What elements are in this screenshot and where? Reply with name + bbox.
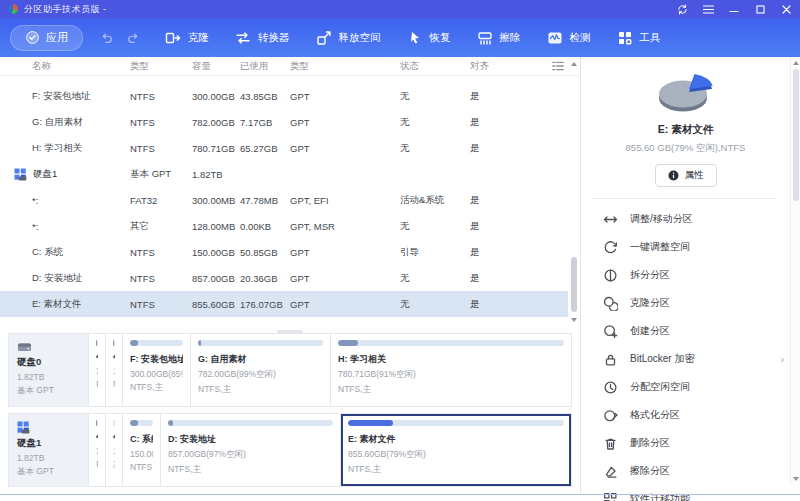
free-space-icon (316, 30, 332, 46)
partition-row[interactable]: G: 自用素材NTFS782.00GB7.17GBGPT无是 (0, 109, 568, 135)
column-header[interactable]: 已使用 (240, 60, 290, 73)
partition-block[interactable]: D: 安装地址857.00GB(97%空闲)NTFS,主 (161, 414, 341, 486)
disk-info[interactable]: 硬盘01.82TB基本 GPT (9, 334, 89, 406)
cell-used: 20.36GB (240, 273, 290, 284)
partition-row[interactable]: D: 安装地址NTFS857.00GB20.36GBGPT无是 (0, 265, 568, 291)
partition-row[interactable]: *:FAT32300.00MB47.78MBGPT, EFI活动&系统是 (0, 187, 568, 213)
ssd-icon (14, 168, 27, 181)
partition-label: *: (113, 353, 115, 363)
action-item-clone-partition[interactable]: 克隆分区 (581, 289, 800, 317)
undo-icon[interactable] (99, 31, 114, 45)
partition-row[interactable]: C: 系统NTFS150.00GB50.85GBGPT引导是 (0, 239, 568, 265)
properties-label: 属性 (685, 169, 704, 182)
usage-bar (168, 420, 333, 426)
properties-button[interactable]: 属性 (655, 164, 717, 187)
partition-row[interactable]: F: 安装包地址NTFS300.00GB43.85GBGPT无是 (0, 83, 568, 109)
action-item-allocate-space[interactable]: 分配空闲空间 (581, 373, 800, 401)
action-item-split-partition[interactable]: 拆分分区 (581, 261, 800, 289)
cell-capacity: 1.82TB (192, 169, 240, 180)
scroll-down-icon[interactable] (571, 318, 577, 322)
cell-fs: NTFS (130, 91, 192, 102)
disk-row[interactable]: 硬盘1基本 GPT1.82TB (0, 161, 568, 187)
toolbar-button-converter[interactable]: 转换器 (235, 30, 290, 46)
maximize-icon[interactable] (754, 3, 766, 15)
partition-fs: NTFS,... (130, 462, 153, 472)
cell-fs: NTFS (130, 299, 192, 310)
toolbar-button-label: 克隆 (188, 31, 209, 45)
scrollbar-thumb[interactable] (571, 257, 577, 312)
partition-block[interactable]: *:128...其... (106, 414, 123, 486)
column-header[interactable]: 对齐 (470, 60, 552, 73)
cell-aligned: 是 (470, 116, 568, 129)
partition-block[interactable]: G: 自用素材782.00GB(99%空闲)NTFS,主 (191, 334, 331, 406)
close-icon[interactable] (780, 3, 792, 15)
column-header[interactable]: 名称 (0, 60, 130, 73)
sidebar-scrollbar (790, 57, 800, 485)
partition-size: 857.00GB(97%空闲) (168, 449, 333, 461)
menu-icon[interactable] (702, 3, 714, 15)
toolbar-button-detect[interactable]: 检测 (547, 30, 591, 46)
partition-block[interactable]: F: 安装包地址300.00GB(85%...NTFS,主 (123, 334, 191, 406)
usage-bar (130, 420, 153, 426)
redo-icon[interactable] (126, 31, 141, 45)
cell-ptype: GPT (290, 143, 400, 154)
toolbar-button-wipe[interactable]: 擦除 (477, 30, 521, 46)
action-label: 拆分分区 (630, 268, 670, 282)
toolbar-button-free-space[interactable]: 释放空间 (316, 30, 381, 46)
cell-fs: 其它 (130, 220, 192, 233)
toolbar-button-clone[interactable]: 克隆 (165, 30, 209, 46)
minimize-icon[interactable] (728, 3, 740, 15)
cell-fs: FAT32 (130, 195, 192, 206)
action-item-app-mover[interactable]: 软件迁移功能 (581, 485, 800, 501)
partition-row[interactable]: *:NTFS16.00MB16.00MBGPT, MSR无是 (0, 76, 568, 83)
action-item-wipe-partition[interactable]: 擦除分区 (581, 457, 800, 485)
partition-row[interactable]: *:其它128.00MB0.00KBGPT, MSR无是 (0, 213, 568, 239)
partition-block[interactable]: *:16...NTF... (106, 334, 123, 406)
cell-capacity: 780.71GB (192, 143, 240, 154)
toolbar-button-restore[interactable]: 恢复 (407, 30, 451, 46)
cell-aligned: 是 (470, 90, 568, 103)
usage-bar (130, 340, 183, 346)
cell-status: 无 (400, 116, 470, 129)
list-view-icon[interactable] (552, 61, 564, 71)
scroll-up-icon[interactable] (571, 62, 577, 66)
cell-ptype: GPT (290, 299, 400, 310)
partition-block[interactable]: *:300...FAT... (89, 414, 106, 486)
toolbar-button-tools[interactable]: 工具 (617, 30, 661, 46)
cell-used: 50.85GB (240, 247, 290, 258)
scroll-down-icon[interactable] (793, 477, 799, 481)
partition-label: G: 自用素材 (198, 353, 323, 366)
cell-ptype: GPT (290, 91, 400, 102)
resize-move-icon (603, 212, 619, 227)
action-item-bitlocker[interactable]: BitLocker 加密› (581, 345, 800, 373)
action-item-resize-move[interactable]: 调整/移动分区 (581, 205, 800, 233)
refresh-icon[interactable] (676, 3, 688, 15)
column-header[interactable]: 类型 (130, 60, 192, 73)
cell-capacity: 128.00MB (192, 221, 240, 232)
action-item-delete-partition[interactable]: 删除分区 (581, 429, 800, 457)
info-icon (668, 170, 679, 181)
partition-block[interactable]: E: 素材文件855.60GB(79%空闲)NTFS,主 (341, 414, 571, 486)
scroll-up-icon[interactable] (793, 61, 799, 65)
restore-icon (407, 30, 423, 46)
disk-map: 硬盘01.82TB基本 GPT*:300...FAT...*:16...NTF.… (0, 328, 580, 493)
partition-block[interactable]: H: 学习相关780.71GB(91%空闲)NTFS,主 (331, 334, 571, 406)
partition-row[interactable]: E: 素材文件NTFS855.60GB176.07GBGPT无是 (0, 291, 568, 317)
split-partition-icon (603, 268, 619, 283)
column-header[interactable]: 类型 (290, 60, 400, 73)
action-item-format-partition[interactable]: 格式化分区 (581, 401, 800, 429)
scrollbar-thumb[interactable] (793, 69, 799, 201)
toolbar-button-label: 擦除 (500, 31, 521, 45)
tools-icon (617, 30, 633, 46)
partition-label: *: (113, 433, 115, 443)
apply-button[interactable]: 应用 (10, 25, 83, 51)
action-item-create-partition[interactable]: 创建分区 (581, 317, 800, 345)
cell-capacity: 150.00GB (192, 247, 240, 258)
partition-block[interactable]: *:300...FAT... (89, 334, 106, 406)
column-header[interactable]: 容量 (192, 60, 240, 73)
action-item-one-key-adjust[interactable]: 一键调整空间 (581, 233, 800, 261)
column-header[interactable]: 状态 (400, 60, 470, 73)
partition-block[interactable]: C: 系统150.00...NTFS,... (123, 414, 161, 486)
partition-row[interactable]: H: 学习相关NTFS780.71GB65.27GBGPT无是 (0, 135, 568, 161)
disk-info[interactable]: 硬盘11.82TB基本 GPT (9, 414, 89, 486)
